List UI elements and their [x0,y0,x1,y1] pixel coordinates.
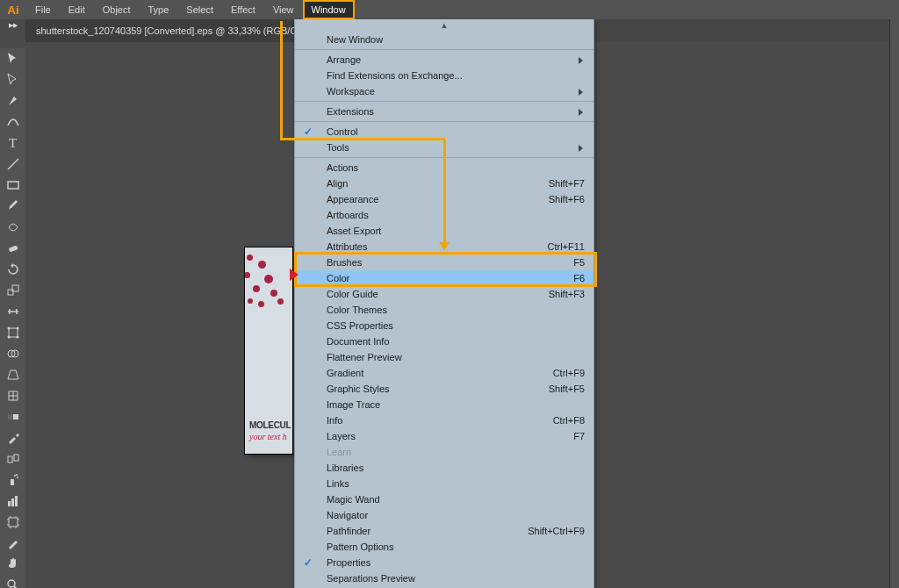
svg-rect-17 [11,479,14,485]
shortcut-label: Shift+F3 [549,289,585,299]
svg-point-19 [17,477,18,478]
menu-properties[interactable]: Properties [295,555,593,570]
pen-tool[interactable] [0,90,25,111]
graph-tool[interactable] [0,491,25,512]
svg-rect-2 [8,245,18,252]
window-menu-dropdown: ▲ New Window Arrange Find Extensions on … [294,19,594,588]
svg-rect-15 [8,456,12,463]
annotation-line [443,140,446,244]
menu-info[interactable]: InfoCtrl+F8 [295,412,593,428]
annotation-arrow-icon [439,242,450,250]
annotation-line [280,21,283,140]
shortcut-label: Ctrl+F8 [553,415,585,426]
menu-view[interactable]: View [264,0,303,19]
shortcut-label: Shift+Ctrl+F9 [528,526,585,536]
svg-point-9 [16,336,18,339]
direct-selection-tool[interactable] [0,69,25,90]
annotation-pointer-icon [290,269,298,281]
artboard-tool[interactable] [0,512,25,533]
shortcut-label: F6 [573,273,585,283]
menu-magic-wand[interactable]: Magic Wand [295,491,593,507]
symbol-sprayer-tool[interactable] [0,470,25,491]
menu-pathfinder[interactable]: PathfinderShift+Ctrl+F9 [295,523,593,539]
menu-window[interactable]: Window [303,0,355,19]
shortcut-label: F7 [573,431,585,441]
paintbrush-tool[interactable] [0,196,25,217]
artwork-molecule [245,250,291,329]
svg-rect-22 [11,498,14,506]
menu-color-guide[interactable]: Color GuideShift+F3 [295,286,593,302]
menu-separator [295,101,593,102]
svg-rect-5 [9,328,18,337]
menu-color[interactable]: ColorF6 [295,270,593,286]
menu-navigator[interactable]: Navigator [295,507,593,523]
free-transform-tool[interactable] [0,322,25,343]
width-tool[interactable] [0,301,25,322]
menu-links[interactable]: Links [295,476,593,491]
menu-pattern-options[interactable]: Pattern Options [295,539,593,555]
menu-scroll-up-icon[interactable]: ▲ [295,19,593,32]
menu-flattener-preview[interactable]: Flattener Preview [295,349,593,365]
app-logo: Ai [0,0,26,19]
shaper-tool[interactable] [0,217,25,238]
line-tool[interactable] [0,154,25,175]
zoom-tool[interactable] [0,575,25,588]
menu-document-info[interactable]: Document Info [295,333,593,349]
svg-rect-21 [8,501,11,506]
rectangle-tool[interactable] [0,175,25,196]
svg-point-18 [14,475,16,477]
menu-workspace[interactable]: Workspace [295,83,593,99]
svg-point-25 [8,580,15,587]
menu-select[interactable]: Select [177,0,222,19]
menu-brushes[interactable]: BrushesF5 [295,255,593,270]
artwork-subline: your text h [249,432,287,441]
artboard[interactable]: MOLECUL your text h [245,247,292,454]
menu-image-trace[interactable]: Image Trace [295,397,593,412]
shortcut-label: F5 [573,257,585,268]
menu-arrange[interactable]: Arrange [295,52,593,68]
mesh-tool[interactable] [0,385,25,406]
svg-point-8 [7,336,10,339]
eraser-tool[interactable] [0,238,25,259]
panel-collapse-icon[interactable]: ▶▶ [0,21,25,30]
menu-file[interactable]: File [26,0,60,19]
scale-tool[interactable] [0,280,25,301]
menu-css-properties[interactable]: CSS Properties [295,318,593,333]
blend-tool[interactable] [0,448,25,470]
menubar: Ai File Edit Object Type Select Effect V… [0,0,899,19]
svg-rect-1 [8,182,18,189]
menu-edit[interactable]: Edit [60,0,94,19]
menu-layers[interactable]: LayersF7 [295,428,593,444]
menu-separations-preview[interactable]: Separations Preview [295,570,593,586]
shortcut-label: Ctrl+F11 [548,241,586,252]
shape-builder-tool[interactable] [0,343,25,364]
gradient-tool[interactable] [0,406,25,427]
menu-find-extensions[interactable]: Find Extensions on Exchange... [295,68,593,83]
perspective-tool[interactable] [0,364,25,385]
svg-rect-16 [14,455,18,461]
artwork-headline: MOLECUL [249,420,291,430]
menu-type[interactable]: Type [140,0,178,19]
rotate-tool[interactable] [0,259,25,280]
menu-effect[interactable]: Effect [222,0,264,19]
curvature-tool[interactable] [0,111,25,133]
tools-panel: T [0,48,25,588]
menu-color-themes[interactable]: Color Themes [295,302,593,318]
svg-rect-14 [8,414,13,419]
selection-tool[interactable] [0,48,25,69]
menu-libraries[interactable]: Libraries [295,460,593,476]
right-panel-strip[interactable] [889,19,899,588]
svg-rect-24 [9,518,18,527]
type-tool[interactable]: T [0,133,25,154]
eyedropper-tool[interactable] [0,427,25,448]
svg-line-0 [8,159,18,169]
menu-object[interactable]: Object [94,0,140,19]
menu-new-window[interactable]: New Window [295,32,593,47]
hand-tool[interactable] [0,554,25,575]
shortcut-label: Shift+F7 [549,178,585,189]
slice-tool[interactable] [0,533,25,554]
menu-graphic-styles[interactable]: Graphic StylesShift+F5 [295,381,593,397]
menu-extensions[interactable]: Extensions [295,104,593,119]
menu-learn[interactable]: Learn [295,444,593,460]
menu-gradient[interactable]: GradientCtrl+F9 [295,365,593,381]
